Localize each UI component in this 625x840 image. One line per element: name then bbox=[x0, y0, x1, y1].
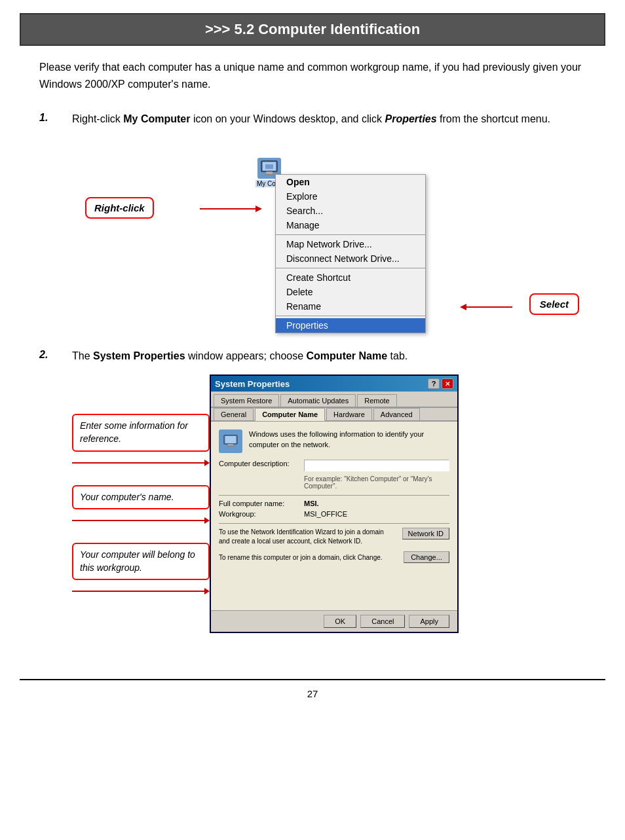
context-menu-illustration: Right-click bbox=[72, 138, 586, 321]
step2-diagram: Enter some information for reference. Yo… bbox=[72, 374, 586, 633]
svg-rect-4 bbox=[264, 174, 275, 175]
annotation-2-box: Your computer's name. bbox=[72, 485, 210, 510]
svg-rect-13 bbox=[225, 436, 237, 443]
network-id-text: To use the Network Identification Wizard… bbox=[219, 528, 396, 546]
menu-item-disconnect[interactable]: Disconnect Network Drive... bbox=[276, 251, 425, 266]
dialog-title-bar: System Properties ? ✕ bbox=[211, 376, 457, 392]
menu-item-delete[interactable]: Delete bbox=[276, 285, 425, 299]
dialog-divider-2 bbox=[219, 523, 449, 524]
section-header: >>> 5.2 Computer Identification bbox=[20, 13, 605, 46]
step-1-text: Right-click My Computer icon on your Win… bbox=[72, 111, 586, 128]
menu-divider-2 bbox=[276, 268, 425, 268]
right-click-arrow bbox=[200, 202, 262, 215]
ok-button[interactable]: OK bbox=[324, 615, 356, 628]
menu-item-open[interactable]: Open bbox=[276, 175, 425, 189]
page: >>> 5.2 Computer Identification Please v… bbox=[0, 13, 625, 840]
dialog-info-row: Windows uses the following information t… bbox=[219, 429, 449, 453]
menu-divider-3 bbox=[276, 316, 425, 316]
dialog-title: System Properties bbox=[215, 379, 290, 389]
network-id-button[interactable]: Network ID bbox=[402, 528, 449, 539]
full-name-label: Full computer name: bbox=[219, 500, 304, 507]
svg-marker-9 bbox=[204, 460, 210, 466]
comp-desc-hint: For example: "Kitchen Computer" or "Mary… bbox=[304, 475, 449, 490]
menu-item-explore[interactable]: Explore bbox=[276, 189, 425, 204]
apply-button[interactable]: Apply bbox=[409, 615, 449, 628]
svg-marker-1 bbox=[256, 206, 262, 212]
annotations-column: Enter some information for reference. Yo… bbox=[72, 374, 210, 596]
svg-rect-6 bbox=[265, 164, 273, 169]
svg-rect-3 bbox=[266, 172, 273, 174]
system-properties-dialog: System Properties ? ✕ System Restore Aut… bbox=[210, 374, 459, 633]
dialog-footer: OK Cancel Apply bbox=[211, 610, 457, 632]
comp-desc-row: Computer description: bbox=[219, 460, 449, 471]
step-1: 1. Right-click My Computer icon on your … bbox=[39, 111, 586, 328]
menu-item-map-drive[interactable]: Map Network Drive... bbox=[276, 237, 425, 251]
right-click-annotation: Right-click bbox=[85, 197, 154, 219]
step-2: 2. The System Properties window appears;… bbox=[39, 348, 586, 634]
menu-item-search[interactable]: Search... bbox=[276, 204, 425, 218]
comp-desc-label: Computer description: bbox=[219, 460, 304, 467]
dialog-close-button[interactable]: ✕ bbox=[442, 378, 453, 389]
tab-hardware[interactable]: Hardware bbox=[326, 408, 372, 420]
tab-computer-name[interactable]: Computer Name bbox=[255, 408, 325, 421]
dialog-divider-1 bbox=[219, 495, 449, 496]
dialog-title-buttons: ? ✕ bbox=[428, 378, 453, 389]
page-number: 27 bbox=[307, 688, 318, 699]
annotation-1-connector bbox=[72, 460, 210, 466]
annotation-1-group: Enter some information for reference. bbox=[72, 414, 210, 467]
menu-item-shortcut[interactable]: Create Shortcut bbox=[276, 270, 425, 285]
dialog-body: Windows uses the following information t… bbox=[211, 422, 457, 610]
workgroup-label: Workgroup: bbox=[219, 510, 304, 518]
context-menu: Open Explore Search... Manage Map Networ… bbox=[275, 174, 426, 333]
step-2-number: 2. bbox=[39, 348, 59, 634]
workgroup-value: MSI_OFFICE bbox=[304, 510, 347, 518]
dialog-tabs-top: System Restore Automatic Updates Remote bbox=[211, 392, 457, 408]
change-button[interactable]: Change... bbox=[404, 551, 449, 563]
workgroup-row: Workgroup: MSI_OFFICE bbox=[219, 510, 449, 518]
full-name-row: Full computer name: MSI. bbox=[219, 500, 449, 507]
step-2-text: The System Properties window appears; ch… bbox=[72, 348, 586, 365]
menu-item-rename[interactable]: Rename bbox=[276, 299, 425, 314]
svg-marker-10 bbox=[204, 517, 210, 524]
page-footer: 27 bbox=[20, 679, 605, 710]
dialog-computer-icon bbox=[219, 429, 242, 453]
annotation-2-connector bbox=[72, 517, 210, 524]
svg-rect-14 bbox=[228, 445, 233, 447]
tab-automatic-updates[interactable]: Automatic Updates bbox=[280, 394, 356, 407]
select-annotation: Select bbox=[529, 293, 579, 315]
annotation-3-connector bbox=[72, 588, 210, 594]
tab-remote[interactable]: Remote bbox=[357, 394, 397, 407]
comp-desc-input[interactable] bbox=[304, 460, 449, 471]
step-1-content: Right-click My Computer icon on your Win… bbox=[72, 111, 586, 328]
content-area: Please verify that each computer has a u… bbox=[0, 46, 625, 666]
dialog-spacer bbox=[219, 570, 449, 602]
intro-paragraph: Please verify that each computer has a u… bbox=[39, 59, 586, 92]
header-title: >>> 5.2 Computer Identification bbox=[205, 21, 420, 37]
menu-item-properties[interactable]: Properties bbox=[276, 318, 425, 333]
network-id-row: To use the Network Identification Wizard… bbox=[219, 528, 449, 546]
tab-advanced[interactable]: Advanced bbox=[373, 408, 420, 420]
tab-general[interactable]: General bbox=[214, 408, 254, 420]
dialog-info-text: Windows uses the following information t… bbox=[249, 429, 449, 450]
dialog-tabs-bottom: General Computer Name Hardware Advanced bbox=[211, 408, 457, 422]
menu-item-manage[interactable]: Manage bbox=[276, 218, 425, 232]
cancel-button[interactable]: Cancel bbox=[360, 615, 405, 628]
rename-row: To rename this computer or join a domain… bbox=[219, 551, 449, 563]
dialog-help-button[interactable]: ? bbox=[428, 378, 440, 389]
svg-marker-11 bbox=[204, 588, 210, 594]
annotation-1-box: Enter some information for reference. bbox=[72, 414, 210, 451]
full-name-value: MSI. bbox=[304, 500, 319, 507]
annotation-2-group: Your computer's name. bbox=[72, 485, 210, 526]
svg-rect-15 bbox=[226, 446, 235, 447]
svg-marker-8 bbox=[460, 304, 466, 310]
step-2-content: The System Properties window appears; ch… bbox=[72, 348, 586, 634]
tab-system-restore[interactable]: System Restore bbox=[214, 394, 279, 407]
step-1-number: 1. bbox=[39, 111, 59, 328]
annotation-3-group: Your computer will belong to this workgr… bbox=[72, 543, 210, 596]
rename-text: To rename this computer or join a domain… bbox=[219, 554, 397, 561]
menu-divider-1 bbox=[276, 234, 425, 235]
select-arrow bbox=[460, 301, 512, 314]
annotation-3-box: Your computer will belong to this workgr… bbox=[72, 543, 210, 580]
